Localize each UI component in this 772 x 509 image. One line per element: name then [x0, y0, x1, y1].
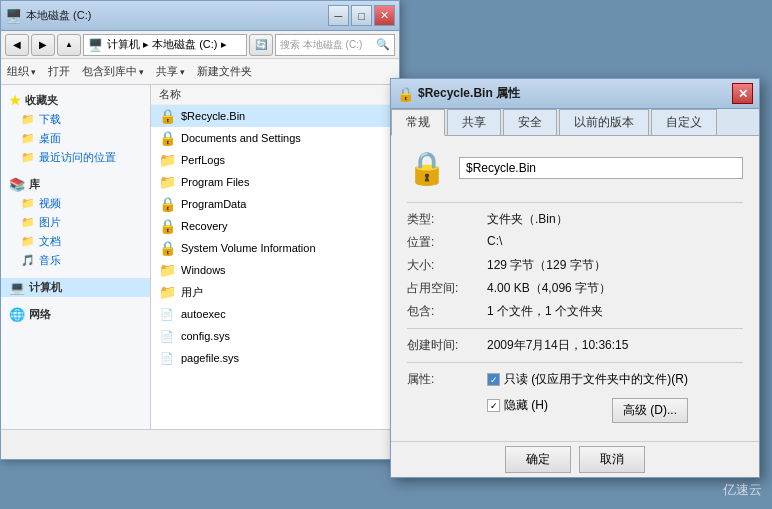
computer-icon: 💻: [9, 280, 25, 295]
up-button[interactable]: ▲: [57, 34, 81, 56]
minimize-button[interactable]: ─: [328, 5, 349, 26]
system-volume-name: System Volume Information: [181, 242, 316, 254]
dialog-footer: 确定 取消: [391, 441, 759, 477]
organize-action[interactable]: 组织 ▾: [7, 64, 36, 79]
share-action[interactable]: 共享 ▾: [156, 64, 185, 79]
open-label: 打开: [48, 64, 70, 79]
include-library-action[interactable]: 包含到库中 ▾: [82, 64, 144, 79]
favorites-label: 收藏夹: [25, 93, 58, 108]
open-action[interactable]: 打开: [48, 64, 70, 79]
file-item-programdata[interactable]: 🔒 ProgramData: [151, 193, 399, 215]
library-icon: 📚: [9, 177, 25, 192]
readonly-checkbox[interactable]: ✓: [487, 373, 500, 386]
dialog-icon: 🔒: [397, 86, 414, 102]
sidebar: ★ 收藏夹 📁 下载 📁 桌面 📁 最近访问的位置: [1, 85, 151, 429]
forward-button[interactable]: ▶: [31, 34, 55, 56]
tab-general[interactable]: 常规: [391, 109, 445, 136]
maximize-button[interactable]: □: [351, 5, 372, 26]
size-value: 129 字节（129 字节）: [487, 257, 606, 274]
file-item-documents-settings[interactable]: 🔒 Documents and Settings: [151, 127, 399, 149]
cancel-button[interactable]: 取消: [579, 446, 645, 473]
sidebar-item-docs[interactable]: 📁 文档: [1, 232, 150, 251]
new-folder-action[interactable]: 新建文件夹: [197, 64, 252, 79]
network-section: 🌐 网络: [1, 305, 150, 324]
dialog-type-row: 类型: 文件夹（.Bin）: [407, 211, 743, 228]
file-item-system-volume[interactable]: 🔒 System Volume Information: [151, 237, 399, 259]
folder-icon-downloads: 📁: [21, 113, 35, 126]
include-library-label: 包含到库中: [82, 64, 137, 79]
dialog-icon-row: 🔒 $Recycle.Bin: [407, 148, 743, 188]
file-item-users[interactable]: 📁 用户: [151, 281, 399, 303]
folder-icon-windows: 📁: [159, 262, 175, 278]
file-item-pagefile-sys[interactable]: 📄 pagefile.sys: [151, 347, 399, 369]
folder-icon-video: 📁: [21, 197, 35, 210]
ok-button[interactable]: 确定: [505, 446, 571, 473]
file-list-header: 名称: [151, 85, 399, 105]
close-button[interactable]: ✕: [374, 5, 395, 26]
watermark: 亿速云: [723, 481, 762, 499]
sidebar-item-downloads[interactable]: 📁 下载: [1, 110, 150, 129]
explorer-window-icon: 🖥️: [5, 8, 22, 24]
explorer-window: 🖥️ 本地磁盘 (C:) ─ □ ✕ ◀ ▶ ▲ 🖥️ 计算机 ▸ 本地磁盘 (…: [0, 0, 400, 460]
dialog-tabs: 常规 共享 安全 以前的版本 自定义: [391, 109, 759, 136]
dialog-close-button[interactable]: ✕: [732, 83, 753, 104]
tab-previous-versions[interactable]: 以前的版本: [559, 109, 649, 135]
sidebar-item-pictures[interactable]: 📁 图片: [1, 213, 150, 232]
docs-label: 文档: [39, 234, 61, 249]
file-item-program-files[interactable]: 📁 Program Files: [151, 171, 399, 193]
explorer-titlebar: 🖥️ 本地磁盘 (C:) ─ □ ✕: [1, 1, 399, 31]
share-label: 共享: [156, 64, 178, 79]
sidebar-item-desktop[interactable]: 📁 桌面: [1, 129, 150, 148]
tab-security[interactable]: 安全: [503, 109, 557, 135]
sys-file-icon-config: 📄: [159, 328, 175, 344]
search-icon: 🔍: [376, 38, 390, 51]
sys-file-icon-pagefile: 📄: [159, 350, 175, 366]
hidden-checkbox[interactable]: ✓: [487, 399, 500, 412]
tab-sharing[interactable]: 共享: [447, 109, 501, 135]
type-label: 类型:: [407, 211, 487, 228]
attr-label: 属性:: [407, 371, 487, 388]
library-header: 📚 库: [1, 175, 150, 194]
location-label: 位置:: [407, 234, 487, 251]
dialog-filename: $Recycle.Bin: [466, 161, 536, 175]
tab-general-label: 常规: [406, 115, 430, 129]
network-header[interactable]: 🌐 网络: [1, 305, 150, 324]
documents-settings-name: Documents and Settings: [181, 132, 301, 144]
file-item-windows[interactable]: 📁 Windows: [151, 259, 399, 281]
sidebar-item-music[interactable]: 🎵 音乐: [1, 251, 150, 270]
disk-size-label: 占用空间:: [407, 280, 487, 297]
file-item-config-sys[interactable]: 📄 config.sys: [151, 325, 399, 347]
refresh-button[interactable]: 🔄: [249, 34, 273, 56]
sidebar-item-video[interactable]: 📁 视频: [1, 194, 150, 213]
file-item-perflogs[interactable]: 📁 PerfLogs: [151, 149, 399, 171]
dialog-title: $Recycle.Bin 属性: [418, 85, 732, 102]
computer-label: 计算机: [29, 280, 62, 295]
back-button[interactable]: ◀: [5, 34, 29, 56]
file-item-recovery[interactable]: 🔒 Recovery: [151, 215, 399, 237]
explorer-title: 本地磁盘 (C:): [26, 8, 328, 23]
tab-customize[interactable]: 自定义: [651, 109, 717, 135]
dialog-created-row: 创建时间: 2009年7月14日，10:36:15: [407, 337, 743, 354]
folder-icon-pictures: 📁: [21, 216, 35, 229]
type-value: 文件夹（.Bin）: [487, 211, 568, 228]
big-lock-icon: 🔒: [407, 148, 447, 188]
file-item-autoexec[interactable]: 📄 autoexec: [151, 303, 399, 325]
address-bar[interactable]: 🖥️ 计算机 ▸ 本地磁盘 (C:) ▸: [83, 34, 247, 56]
locked-folder-icon-recycle: 🔒: [159, 108, 175, 124]
search-bar[interactable]: 搜索 本地磁盘 (C:) 🔍: [275, 34, 395, 56]
sidebar-item-recent[interactable]: 📁 最近访问的位置: [1, 148, 150, 167]
locked-folder-icon-system-volume: 🔒: [159, 240, 175, 256]
folder-icon-desktop: 📁: [21, 132, 35, 145]
tab-previous-versions-label: 以前的版本: [574, 115, 634, 129]
computer-header[interactable]: 💻 计算机: [1, 278, 150, 297]
location-value: C:\: [487, 234, 502, 251]
attr-options: ✓ 只读 (仅应用于文件夹中的文件)(R) ✓ 隐藏 (H) 高级 (D)...: [487, 371, 688, 423]
users-name: 用户: [181, 285, 203, 300]
advanced-button[interactable]: 高级 (D)...: [612, 398, 688, 423]
programdata-name: ProgramData: [181, 198, 246, 210]
dialog-filename-box[interactable]: $Recycle.Bin: [459, 157, 743, 179]
search-placeholder: 搜索 本地磁盘 (C:): [280, 38, 362, 52]
divider-1: [407, 202, 743, 203]
file-item-recycle-bin[interactable]: 🔒 $Recycle.Bin: [151, 105, 399, 127]
dialog-content: 🔒 $Recycle.Bin 类型: 文件夹（.Bin） 位置: C:\ 大小:…: [391, 136, 759, 441]
